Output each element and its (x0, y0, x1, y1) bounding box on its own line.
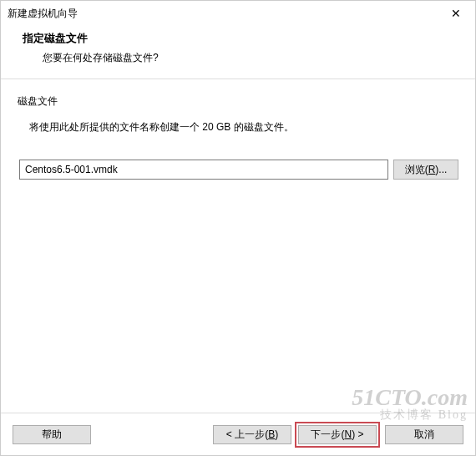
footer: 帮助 < 上一步(B) 下一步(N) > 取消 (1, 413, 475, 455)
description-text: 将使用此处所提供的文件名称创建一个 20 GB 的磁盘文件。 (18, 120, 458, 134)
titlebar: 新建虚拟机向导 ✕ (1, 1, 475, 26)
next-button[interactable]: 下一步(N) > (298, 425, 377, 444)
browse-button[interactable]: 浏览(R)... (393, 160, 458, 180)
header-title: 指定磁盘文件 (23, 31, 467, 46)
back-button[interactable]: < 上一步(B) (213, 425, 291, 444)
close-icon[interactable]: ✕ (443, 1, 468, 26)
content-area: 磁盘文件 将使用此处所提供的文件名称创建一个 20 GB 的磁盘文件。 浏览(R… (1, 79, 475, 413)
window-title: 新建虚拟机向导 (8, 7, 78, 21)
wizard-header: 指定磁盘文件 您要在何处存储磁盘文件? (1, 26, 475, 79)
cancel-button[interactable]: 取消 (385, 425, 463, 444)
help-button[interactable]: 帮助 (13, 425, 91, 444)
header-subtitle: 您要在何处存储磁盘文件? (23, 51, 467, 65)
wizard-window: 新建虚拟机向导 ✕ 指定磁盘文件 您要在何处存储磁盘文件? 磁盘文件 将使用此处… (0, 0, 476, 456)
section-label: 磁盘文件 (18, 94, 458, 109)
next-highlight: 下一步(N) > (295, 422, 380, 448)
disk-file-input[interactable] (19, 160, 388, 180)
file-row: 浏览(R)... (18, 160, 458, 180)
